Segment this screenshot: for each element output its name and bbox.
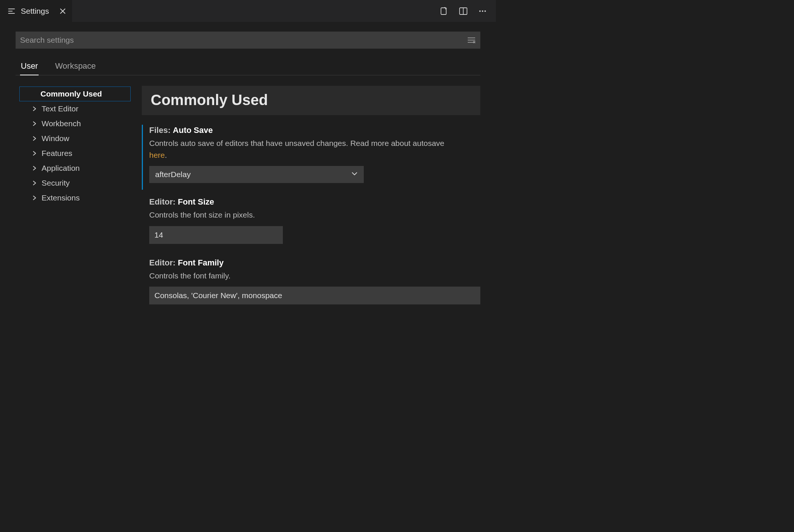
open-settings-json-icon[interactable] — [439, 6, 449, 16]
chevron-right-icon — [32, 151, 39, 156]
group-header: Commonly Used — [142, 86, 480, 115]
chevron-right-icon — [32, 106, 39, 111]
more-actions-icon[interactable] — [477, 6, 488, 16]
setting-editor-font-size: Editor: Font Size Controls the font size… — [142, 194, 480, 255]
settings-list-icon — [7, 7, 16, 15]
scope-tab-user[interactable]: User — [20, 61, 39, 75]
tab-settings[interactable]: Settings — [0, 0, 72, 22]
settings-search[interactable] — [16, 32, 480, 49]
setting-description: Controls the font family. — [149, 270, 461, 282]
setting-title: Files: Auto Save — [149, 125, 480, 135]
title-bar: Settings — [0, 0, 496, 22]
search-input[interactable] — [20, 36, 467, 45]
settings-content: Commonly Used Files: Auto Save Controls … — [142, 86, 480, 316]
setting-description: Controls the font size in pixels. — [149, 209, 461, 221]
toc-item-commonly-used[interactable]: Commonly Used — [19, 87, 131, 101]
font-size-input[interactable] — [149, 226, 283, 244]
chevron-right-icon — [32, 166, 39, 171]
toc-item-window[interactable]: Window — [19, 131, 131, 146]
setting-editor-font-family: Editor: Font Family Controls the font fa… — [142, 255, 480, 316]
scope-tabs: User Workspace — [16, 61, 480, 75]
toc-item-extensions[interactable]: Extensions — [19, 190, 131, 205]
setting-title: Editor: Font Family — [149, 258, 480, 268]
auto-save-select[interactable]: afterDelay — [149, 166, 364, 183]
toc-item-security[interactable]: Security — [19, 176, 131, 190]
svg-point-4 — [484, 10, 486, 12]
toc-item-workbench[interactable]: Workbench — [19, 116, 131, 131]
toc-item-text-editor[interactable]: Text Editor — [19, 101, 131, 116]
setting-title: Editor: Font Size — [149, 197, 480, 207]
setting-files-auto-save: Files: Auto Save Controls auto save of e… — [142, 123, 480, 194]
settings-toc: Commonly Used Text Editor Workbench Wind… — [16, 86, 131, 316]
font-family-input[interactable] — [149, 287, 480, 304]
chevron-right-icon — [32, 136, 39, 141]
chevron-right-icon — [32, 121, 39, 126]
tab-title: Settings — [21, 7, 49, 16]
chevron-down-icon — [351, 170, 358, 179]
toc-item-application[interactable]: Application — [19, 161, 131, 176]
filter-icon[interactable] — [467, 36, 476, 44]
title-actions — [72, 0, 496, 22]
chevron-right-icon — [32, 180, 39, 186]
autosave-doc-link[interactable]: here — [149, 151, 165, 159]
svg-point-2 — [479, 10, 481, 12]
chevron-right-icon — [32, 195, 39, 200]
setting-description: Controls auto save of editors that have … — [149, 137, 461, 161]
close-icon[interactable] — [59, 8, 66, 14]
svg-point-3 — [482, 10, 483, 12]
toc-item-features[interactable]: Features — [19, 146, 131, 161]
scope-tab-workspace[interactable]: Workspace — [54, 61, 97, 75]
split-editor-icon[interactable] — [458, 6, 468, 16]
